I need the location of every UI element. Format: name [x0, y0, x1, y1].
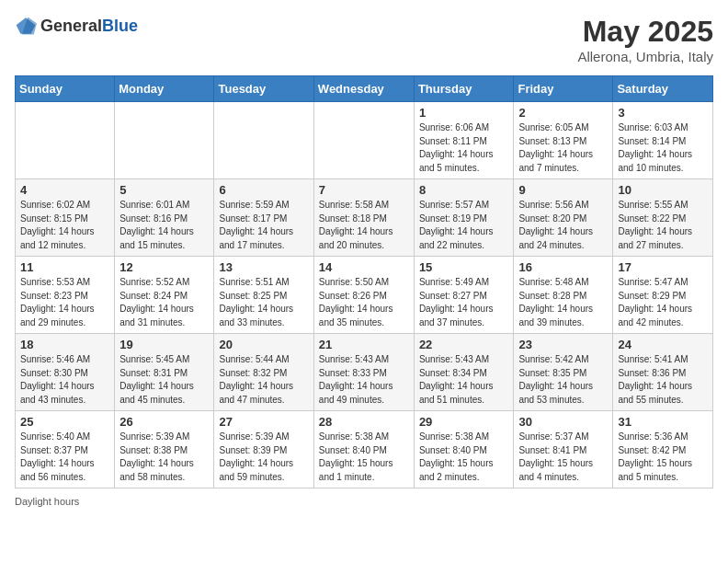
calendar-day-cell — [214, 102, 313, 179]
calendar-day-cell: 17Sunrise: 5:47 AM Sunset: 8:29 PM Dayli… — [613, 257, 713, 334]
day-info: Sunrise: 5:50 AM Sunset: 8:26 PM Dayligh… — [319, 276, 409, 329]
day-info: Sunrise: 5:48 AM Sunset: 8:28 PM Dayligh… — [518, 276, 608, 329]
day-number: 9 — [518, 183, 608, 197]
day-number: 19 — [119, 338, 209, 351]
day-info: Sunrise: 5:39 AM Sunset: 8:38 PM Dayligh… — [119, 431, 209, 484]
calendar-day-header: Saturday — [613, 76, 713, 102]
calendar-header-row: SundayMondayTuesdayWednesdayThursdayFrid… — [16, 76, 713, 102]
calendar-day-cell: 29Sunrise: 5:38 AM Sunset: 8:40 PM Dayli… — [414, 411, 514, 488]
calendar-day-cell: 8Sunrise: 5:57 AM Sunset: 8:19 PM Daylig… — [414, 179, 514, 257]
calendar-day-header: Sunday — [16, 76, 115, 102]
day-info: Sunrise: 5:38 AM Sunset: 8:40 PM Dayligh… — [419, 431, 509, 484]
day-info: Sunrise: 5:59 AM Sunset: 8:17 PM Dayligh… — [219, 199, 308, 252]
logo-blue: Blue — [102, 17, 138, 35]
day-number: 21 — [319, 338, 409, 351]
day-number: 28 — [319, 415, 409, 429]
calendar-day-cell: 4Sunrise: 6:02 AM Sunset: 8:15 PM Daylig… — [16, 179, 115, 257]
calendar-day-cell: 12Sunrise: 5:52 AM Sunset: 8:24 PM Dayli… — [115, 257, 214, 334]
day-info: Sunrise: 5:46 AM Sunset: 8:30 PM Dayligh… — [20, 353, 109, 407]
day-info: Sunrise: 5:56 AM Sunset: 8:20 PM Dayligh… — [518, 199, 608, 252]
day-info: Sunrise: 5:45 AM Sunset: 8:31 PM Dayligh… — [119, 353, 209, 407]
logo-general: General — [40, 17, 102, 35]
calendar-day-cell: 31Sunrise: 5:36 AM Sunset: 8:42 PM Dayli… — [613, 411, 713, 488]
calendar-day-header: Tuesday — [214, 76, 313, 102]
calendar-day-cell: 26Sunrise: 5:39 AM Sunset: 8:38 PM Dayli… — [115, 411, 214, 488]
day-info: Sunrise: 5:58 AM Sunset: 8:18 PM Dayligh… — [319, 199, 409, 252]
calendar-day-header: Wednesday — [313, 76, 414, 102]
day-info: Sunrise: 6:02 AM Sunset: 8:15 PM Dayligh… — [20, 199, 109, 252]
day-number: 1 — [419, 106, 509, 120]
page-header: GeneralBlue May 2025 Allerona, Umbria, I… — [15, 15, 713, 64]
day-number: 26 — [119, 415, 209, 429]
day-info: Sunrise: 6:03 AM Sunset: 8:14 PM Dayligh… — [618, 121, 708, 175]
day-info: Sunrise: 5:41 AM Sunset: 8:36 PM Dayligh… — [618, 353, 708, 407]
day-info: Sunrise: 6:01 AM Sunset: 8:16 PM Dayligh… — [119, 199, 209, 252]
day-number: 30 — [518, 415, 608, 429]
calendar-day-cell: 1Sunrise: 6:06 AM Sunset: 8:11 PM Daylig… — [414, 102, 514, 179]
calendar-day-header: Monday — [115, 76, 214, 102]
day-number: 10 — [618, 183, 708, 197]
calendar-week-row: 1Sunrise: 6:06 AM Sunset: 8:11 PM Daylig… — [16, 102, 713, 179]
calendar-day-cell: 20Sunrise: 5:44 AM Sunset: 8:32 PM Dayli… — [214, 334, 313, 411]
day-number: 4 — [20, 183, 109, 197]
calendar-day-header: Thursday — [414, 76, 514, 102]
day-info: Sunrise: 5:49 AM Sunset: 8:27 PM Dayligh… — [419, 276, 509, 329]
day-number: 15 — [419, 260, 509, 274]
day-info: Sunrise: 5:38 AM Sunset: 8:40 PM Dayligh… — [319, 431, 409, 484]
calendar-day-cell: 19Sunrise: 5:45 AM Sunset: 8:31 PM Dayli… — [115, 334, 214, 411]
calendar-day-cell: 25Sunrise: 5:40 AM Sunset: 8:37 PM Dayli… — [16, 411, 115, 488]
day-number: 6 — [219, 183, 308, 197]
logo-icon — [15, 15, 37, 37]
calendar-day-cell: 14Sunrise: 5:50 AM Sunset: 8:26 PM Dayli… — [313, 257, 414, 334]
calendar-day-cell: 7Sunrise: 5:58 AM Sunset: 8:18 PM Daylig… — [313, 179, 414, 257]
title-block: May 2025 Allerona, Umbria, Italy — [577, 15, 713, 64]
calendar-day-cell — [115, 102, 214, 179]
calendar-day-cell: 24Sunrise: 5:41 AM Sunset: 8:36 PM Dayli… — [613, 334, 713, 411]
calendar-day-header: Friday — [514, 76, 613, 102]
calendar-day-cell: 3Sunrise: 6:03 AM Sunset: 8:14 PM Daylig… — [613, 102, 713, 179]
calendar-table: SundayMondayTuesdayWednesdayThursdayFrid… — [15, 75, 713, 488]
calendar-week-row: 4Sunrise: 6:02 AM Sunset: 8:15 PM Daylig… — [16, 179, 713, 257]
month-title: May 2025 — [577, 15, 713, 49]
day-number: 25 — [20, 415, 109, 429]
calendar-day-cell: 10Sunrise: 5:55 AM Sunset: 8:22 PM Dayli… — [613, 179, 713, 257]
day-info: Sunrise: 5:43 AM Sunset: 8:34 PM Dayligh… — [419, 353, 509, 407]
calendar-day-cell: 6Sunrise: 5:59 AM Sunset: 8:17 PM Daylig… — [214, 179, 313, 257]
day-number: 5 — [119, 183, 209, 197]
day-number: 27 — [219, 415, 308, 429]
logo: GeneralBlue — [15, 15, 138, 37]
day-info: Sunrise: 6:05 AM Sunset: 8:13 PM Dayligh… — [518, 121, 608, 175]
day-info: Sunrise: 5:55 AM Sunset: 8:22 PM Dayligh… — [618, 199, 708, 252]
calendar-day-cell — [16, 102, 115, 179]
day-info: Sunrise: 5:53 AM Sunset: 8:23 PM Dayligh… — [20, 276, 109, 329]
day-number: 29 — [419, 415, 509, 429]
day-info: Sunrise: 5:36 AM Sunset: 8:42 PM Dayligh… — [618, 431, 708, 484]
calendar-week-row: 11Sunrise: 5:53 AM Sunset: 8:23 PM Dayli… — [16, 257, 713, 334]
day-info: Sunrise: 5:44 AM Sunset: 8:32 PM Dayligh… — [219, 353, 308, 407]
day-number: 18 — [20, 338, 109, 351]
day-info: Sunrise: 5:43 AM Sunset: 8:33 PM Dayligh… — [319, 353, 409, 407]
day-number: 7 — [319, 183, 409, 197]
day-number: 22 — [419, 338, 509, 351]
footer-note: Daylight hours — [15, 496, 713, 507]
calendar-day-cell: 30Sunrise: 5:37 AM Sunset: 8:41 PM Dayli… — [514, 411, 613, 488]
calendar-day-cell: 28Sunrise: 5:38 AM Sunset: 8:40 PM Dayli… — [313, 411, 414, 488]
day-info: Sunrise: 6:06 AM Sunset: 8:11 PM Dayligh… — [419, 121, 509, 175]
day-number: 2 — [518, 106, 608, 120]
day-number: 24 — [618, 338, 708, 351]
day-number: 17 — [618, 260, 708, 274]
day-number: 14 — [319, 260, 409, 274]
calendar-day-cell: 23Sunrise: 5:42 AM Sunset: 8:35 PM Dayli… — [514, 334, 613, 411]
calendar-day-cell: 15Sunrise: 5:49 AM Sunset: 8:27 PM Dayli… — [414, 257, 514, 334]
day-number: 23 — [518, 338, 608, 351]
day-number: 13 — [219, 260, 308, 274]
day-info: Sunrise: 5:37 AM Sunset: 8:41 PM Dayligh… — [518, 431, 608, 484]
day-number: 12 — [119, 260, 209, 274]
day-number: 11 — [20, 260, 109, 274]
calendar-day-cell: 5Sunrise: 6:01 AM Sunset: 8:16 PM Daylig… — [115, 179, 214, 257]
day-info: Sunrise: 5:52 AM Sunset: 8:24 PM Dayligh… — [119, 276, 209, 329]
calendar-day-cell: 27Sunrise: 5:39 AM Sunset: 8:39 PM Dayli… — [214, 411, 313, 488]
day-info: Sunrise: 5:40 AM Sunset: 8:37 PM Dayligh… — [20, 431, 109, 484]
day-number: 20 — [219, 338, 308, 351]
calendar-day-cell: 2Sunrise: 6:05 AM Sunset: 8:13 PM Daylig… — [514, 102, 613, 179]
